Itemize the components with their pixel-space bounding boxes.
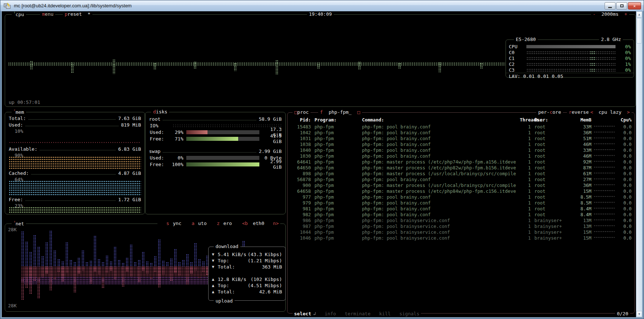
row-mini-graph [594, 201, 615, 204]
process-row[interactable]: 64658 php-fpm php-fpm: master process (/… [287, 188, 635, 194]
process-row[interactable]: 981 php-fpm php-fpm: pool brainy.conf 1 … [287, 206, 635, 211]
signals-button[interactable]: signals [399, 311, 419, 316]
net-stats-box: download ▼ 5.41 KiB/s(43.3 Kibps) ▼ Top:… [208, 247, 286, 301]
mem-box: ²mem Total:7.63 GiB Used:819 MiB 10% Ava… [5, 112, 145, 214]
process-row[interactable]: 15483 php-fpm php-fpm: pool brainy.conf … [287, 124, 635, 130]
process-row[interactable]: 1044 php-fpm php-fpm: pool brainyservice… [287, 229, 635, 235]
process-row[interactable]: 986 php-fpm php-fpm: pool brainyservice.… [287, 217, 635, 223]
sort-prev-button[interactable]: < [590, 109, 593, 115]
row-mini-graph [594, 195, 615, 198]
kill-button[interactable]: kill [379, 311, 390, 316]
process-row[interactable]: 898 php-fpm php-fpm: master process (/us… [287, 170, 635, 176]
up-arrow-icon: ▲ [212, 289, 218, 294]
download-rate-row: ▼ 5.41 KiB/s(43.3 Kibps) [209, 251, 285, 258]
process-row[interactable]: 987 php-fpm php-fpm: pool brainyservice.… [287, 223, 635, 229]
disk-free-bar [186, 137, 259, 141]
interval-decrease-button[interactable]: - [593, 11, 596, 17]
proc-box: □proc f php-fpm_ □ per-core reverse tree [287, 112, 635, 314]
iface-next-button[interactable]: n> [273, 221, 279, 226]
cpu-info-box: E5-2680 2.8 GHz CPU 0% C0 [506, 40, 634, 78]
col-cpu[interactable]: Cpu% [615, 117, 632, 123]
mem-free-graph [9, 207, 141, 213]
scrollbar[interactable]: ▲ ▼ [636, 11, 642, 317]
download-top-row: ▼ Top:(1.21 Mibps) [209, 258, 285, 264]
net-interface-switcher[interactable]: <b eth0 n> [239, 221, 279, 226]
menu-button[interactable]: menu [40, 11, 55, 17]
process-row[interactable]: 1031 php-fpm php-fpm: pool brainy.conf 1… [287, 135, 635, 141]
col-command[interactable]: Command: [362, 117, 520, 123]
process-row[interactable]: 1040 php-fpm php-fpm: pool brainy.conf 1… [287, 147, 635, 153]
disk-used-bar [186, 130, 259, 134]
cpu-box: ¹cpu menu preset * 19:40:09 - 2000ms + [5, 14, 636, 107]
row-mini-graph [594, 207, 615, 210]
net-auto-button[interactable]: auto [188, 221, 206, 226]
preset-star: * [88, 11, 91, 17]
cpu-meter-row: C2 1% [506, 61, 634, 67]
cpu-frequency: 2.8 GHz [599, 37, 623, 42]
process-row[interactable]: 979 php-fpm php-fpm: pool brainy.conf 1 … [287, 200, 635, 206]
row-mini-graph [594, 131, 615, 134]
minimize-button[interactable] [605, 2, 616, 10]
process-row[interactable]: 900 php-fpm php-fpm: master process (/us… [287, 182, 635, 188]
maximize-button[interactable] [616, 2, 627, 10]
interval-increase-button[interactable]: + [624, 11, 627, 17]
putty-terminal-icon [4, 3, 11, 9]
disk-root-row: root58.9 GiB [149, 116, 282, 122]
process-row[interactable]: 1046 php-fpm php-fpm: pool brainyservice… [287, 235, 635, 241]
select-button[interactable]: select [294, 311, 311, 316]
disk-swap-free-row: Free:100% 2.99 GiB [150, 161, 282, 167]
col-pid[interactable]: Pid: [290, 117, 311, 123]
sort-next-button[interactable]: > [627, 109, 630, 115]
down-arrow-icon: ▼ [212, 252, 218, 257]
interval-control: - 2000ms + [591, 11, 629, 17]
scroll-down-button[interactable]: ▼ [636, 311, 642, 317]
filter-clear-button[interactable]: □ [357, 109, 360, 115]
process-row[interactable]: 1030 php-fpm php-fpm: pool brainy.conf 1… [287, 153, 635, 159]
iface-prev-button[interactable]: <b [242, 221, 248, 226]
process-row[interactable]: 1038 php-fpm php-fpm: pool brainy.conf 1… [287, 141, 635, 147]
close-button[interactable]: ✕ [628, 2, 641, 10]
mem-available-graph [9, 156, 141, 169]
cpu-box-title: ¹cpu [12, 11, 26, 17]
row-mini-graph [594, 230, 615, 233]
process-row[interactable]: 1042 php-fpm php-fpm: pool brainy.conf 1… [287, 130, 635, 135]
row-mini-graph [594, 184, 615, 187]
scroll-thumb[interactable] [637, 18, 642, 44]
disks-box: disks root58.9 GiB IO% Used:29% 17.3 GiB… [145, 112, 286, 214]
maximize-icon [620, 4, 624, 7]
row-mini-graph [594, 166, 615, 169]
mem-free-row: Free:1.72 GiB [9, 196, 141, 202]
info-button[interactable]: info [325, 311, 336, 316]
col-threads[interactable]: Threads: [520, 117, 531, 123]
process-row[interactable]: 977 php-fpm php-fpm: pool brainy.conf 1 … [287, 194, 635, 200]
process-row[interactable]: 64650 php-fpm php-fpm: master process (/… [287, 165, 635, 170]
disk-swap-row: swap2.99 GiB [149, 148, 282, 154]
reverse-toggle[interactable]: reverse [567, 109, 591, 115]
minimize-icon [608, 7, 612, 8]
mem-cached-row: Cached:4.87 GiB [9, 170, 141, 176]
scroll-up-button[interactable]: ▲ [636, 11, 642, 18]
proc-filter[interactable]: f php-fpm_ □ [318, 109, 362, 115]
cpu-meter-row: CPU 0% [506, 44, 634, 49]
sort-selector[interactable]: < cpu lazy > [588, 109, 632, 115]
process-row[interactable]: 56878 php-fpm php-fpm: pool brainy.conf … [287, 176, 635, 182]
row-mini-graph [594, 178, 615, 181]
proc-box-title: □proc [293, 109, 310, 115]
filter-input[interactable]: php-fpm_ [329, 109, 352, 115]
process-row[interactable]: 64641 php-fpm php-fpm: master process (/… [287, 159, 635, 165]
net-sync-button[interactable]: sync [163, 221, 181, 226]
col-memb[interactable]: MemB [572, 117, 591, 123]
terminate-button[interactable]: terminate [345, 311, 370, 316]
preset-button[interactable]: preset * [63, 11, 92, 17]
cpu-core-meters: CPU 0% C0 0% C1 [506, 40, 634, 73]
process-row[interactable]: 982 php-fpm php-fpm: pool brainy.conf 1 … [287, 211, 635, 217]
net-zero-button[interactable]: zero [213, 221, 232, 226]
per-core-toggle[interactable]: per-core [536, 109, 563, 115]
window-titlebar[interactable]: mc [root@ub24.itdeveloper.com.ua]:/lib/s… [0, 0, 644, 11]
col-user[interactable]: User: [531, 117, 572, 123]
net-scale-top: 28K [8, 227, 16, 232]
process-table-body: 15483 php-fpm php-fpm: pool brainy.conf … [287, 124, 635, 241]
col-program[interactable]: Program: [311, 117, 362, 123]
interval-value: 2000ms [601, 11, 618, 17]
close-icon: ✕ [633, 4, 636, 8]
